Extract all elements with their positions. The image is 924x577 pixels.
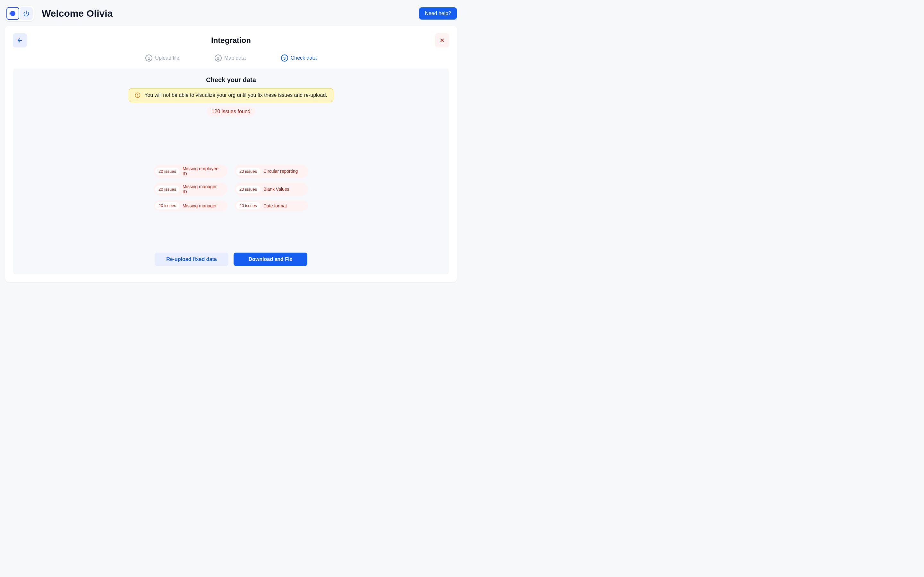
- header-left: Welcome Olivia: [5, 6, 113, 21]
- warning-alert: You will not be able to visualize your o…: [129, 88, 333, 102]
- step-number: 1: [145, 55, 152, 61]
- arrow-left-icon: [17, 37, 23, 44]
- issues-grid: 20 issues Missing employee ID 20 issues …: [153, 164, 309, 211]
- issue-missing-employee-id[interactable]: 20 issues Missing employee ID: [153, 164, 228, 178]
- close-button[interactable]: [435, 33, 449, 47]
- check-data-panel: Check your data You will not be able to …: [13, 69, 449, 274]
- card-title: Integration: [211, 36, 251, 45]
- issue-missing-manager[interactable]: 20 issues Missing manager: [153, 200, 228, 211]
- issue-label: Date format: [263, 203, 287, 208]
- step-label: Map data: [224, 55, 246, 61]
- step-label: Upload file: [155, 55, 179, 61]
- issue-label: Circular reporting: [263, 169, 298, 174]
- issue-label: Blank Values: [263, 187, 289, 192]
- issue-label: Missing manager ID: [183, 184, 222, 194]
- step-number: 3: [281, 55, 288, 61]
- step-upload-file[interactable]: 1 Upload file: [145, 55, 179, 61]
- step-label: Check data: [291, 55, 317, 61]
- close-icon: [439, 37, 445, 43]
- app-logo-primary[interactable]: [6, 7, 19, 20]
- panel-actions: Re-upload fixed data Download and Fix: [155, 253, 307, 266]
- issue-count: 20 issues: [236, 168, 260, 175]
- alert-text: You will not be able to visualize your o…: [144, 92, 327, 98]
- help-button[interactable]: Need help?: [419, 7, 457, 19]
- issues-total-badge: 120 issues found: [207, 107, 256, 116]
- issue-blank-values[interactable]: 20 issues Blank Values: [234, 182, 309, 196]
- issue-count: 20 issues: [155, 185, 179, 193]
- integration-card: Integration 1 Upload file 2 Map data 3 C…: [5, 26, 457, 282]
- issue-count: 20 issues: [155, 168, 179, 175]
- stepper: 1 Upload file 2 Map data 3 Check data: [13, 55, 449, 61]
- issue-missing-manager-id[interactable]: 20 issues Missing manager ID: [153, 182, 228, 196]
- back-button[interactable]: [13, 33, 27, 47]
- issue-circular-reporting[interactable]: 20 issues Circular reporting: [234, 164, 309, 178]
- app-header: Welcome Olivia Need help?: [0, 0, 462, 26]
- app-switcher[interactable]: [5, 6, 34, 21]
- issue-count: 20 issues: [155, 202, 179, 210]
- download-fix-button[interactable]: Download and Fix: [234, 253, 307, 266]
- issue-count: 20 issues: [236, 185, 260, 193]
- card-header: Integration: [13, 33, 449, 47]
- panel-title: Check your data: [206, 76, 256, 84]
- welcome-title: Welcome Olivia: [42, 8, 113, 19]
- app-logo-secondary[interactable]: [20, 7, 33, 20]
- logo-dot-icon: [10, 11, 15, 16]
- issue-label: Missing employee ID: [183, 166, 222, 176]
- alert-circle-icon: [135, 92, 141, 98]
- power-icon: [23, 10, 29, 17]
- step-number: 2: [215, 55, 222, 61]
- issue-date-format[interactable]: 20 issues Date format: [234, 200, 309, 211]
- step-map-data[interactable]: 2 Map data: [215, 55, 246, 61]
- reupload-button[interactable]: Re-upload fixed data: [155, 253, 228, 266]
- issue-count: 20 issues: [236, 202, 260, 210]
- step-check-data[interactable]: 3 Check data: [281, 55, 317, 61]
- issue-label: Missing manager: [183, 203, 217, 208]
